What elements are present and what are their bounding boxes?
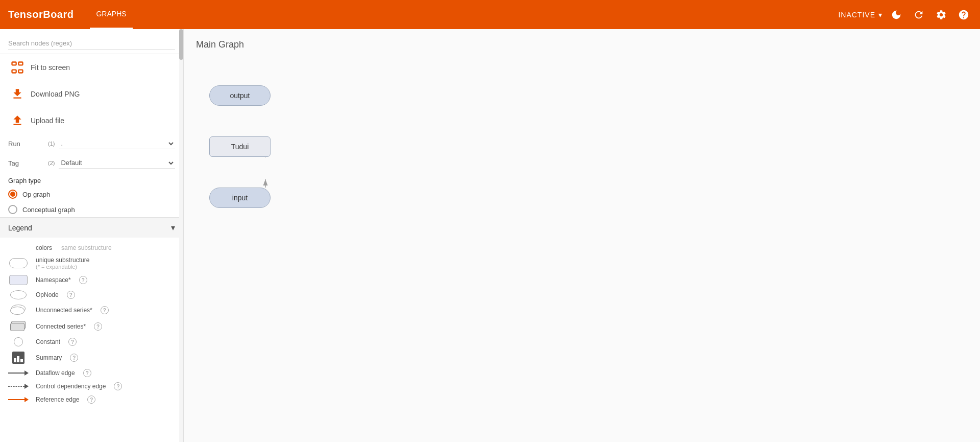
node-output-label: output bbox=[230, 91, 250, 100]
legend-summary-row: Summary ? bbox=[8, 349, 175, 366]
legend-body: colors same substructure unique substruc… bbox=[0, 238, 183, 410]
graph-svg bbox=[209, 85, 362, 239]
run-num: (1) bbox=[48, 141, 55, 147]
sidebar-scroll-thumb bbox=[179, 29, 183, 60]
conceptual-graph-radio-circle bbox=[8, 205, 17, 214]
legend-connected-row: Connected series* ? bbox=[8, 318, 175, 335]
status-dropdown[interactable]: INACTIVE ▾ bbox=[838, 11, 882, 19]
graph-type-label: Graph type bbox=[0, 173, 183, 187]
op-graph-label: Op graph bbox=[22, 191, 50, 198]
dataflow-help-icon[interactable]: ? bbox=[83, 369, 91, 377]
constant-help-icon[interactable]: ? bbox=[68, 338, 77, 346]
unconnected-help-icon[interactable]: ? bbox=[101, 306, 109, 314]
legend-opnode-icon bbox=[8, 290, 29, 299]
connected-help-icon[interactable]: ? bbox=[94, 322, 102, 331]
legend-control-dep-row: Control dependency edge ? bbox=[8, 380, 175, 393]
conceptual-graph-label: Conceptual graph bbox=[22, 206, 75, 214]
legend-opnode-label: OpNode bbox=[36, 291, 59, 298]
legend-connected-label: Connected series* bbox=[36, 323, 86, 330]
sidebar-scrollbar[interactable] bbox=[179, 29, 183, 442]
legend-constant-label: Constant bbox=[36, 338, 60, 345]
reference-help-icon[interactable]: ? bbox=[87, 396, 95, 404]
refresh-icon[interactable] bbox=[911, 7, 927, 23]
svg-rect-2 bbox=[12, 70, 16, 73]
main-graph-title: Main Graph bbox=[184, 29, 980, 50]
theme-icon[interactable] bbox=[888, 7, 904, 23]
legend-summary-label: Summary bbox=[36, 354, 62, 361]
legend-title: Legend bbox=[8, 224, 32, 232]
legend-namespace-row: Namespace* ? bbox=[8, 272, 175, 288]
legend-reference-row: Reference edge ? bbox=[8, 393, 175, 406]
settings-icon[interactable] bbox=[933, 7, 949, 23]
tag-label: Tag bbox=[8, 159, 44, 167]
help-icon[interactable] bbox=[955, 7, 972, 23]
legend-namespace-icon bbox=[8, 275, 29, 285]
upload-file-label: Upload file bbox=[31, 117, 64, 125]
legend-control-dep-icon bbox=[8, 384, 29, 389]
legend-dataflow-icon bbox=[8, 370, 29, 376]
nav-graphs[interactable]: GRAPHS bbox=[90, 0, 132, 29]
tag-num: (2) bbox=[48, 160, 55, 166]
fit-to-screen-label: Fit to screen bbox=[31, 63, 70, 72]
namespace-help-icon[interactable]: ? bbox=[79, 276, 87, 284]
legend-control-dep-label: Control dependency edge bbox=[36, 383, 106, 390]
legend-reference-label: Reference edge bbox=[36, 396, 79, 403]
status-label: INACTIVE bbox=[838, 11, 875, 19]
legend-same-substructure: same substructure bbox=[61, 244, 112, 251]
status-chevron-icon: ▾ bbox=[878, 11, 882, 19]
upload-file-button[interactable]: Upload file bbox=[0, 107, 183, 134]
layout: Fit to screen Download PNG Upload bbox=[0, 29, 980, 442]
search-section bbox=[0, 29, 183, 54]
fit-to-screen-icon bbox=[10, 60, 24, 75]
legend-unique-label: unique substructure (* = expandable) bbox=[36, 257, 89, 270]
run-label: Run bbox=[8, 140, 44, 148]
legend-colors-label: colors bbox=[36, 244, 52, 251]
legend-unconnected-icon bbox=[8, 305, 29, 316]
node-tudui[interactable]: Tudui bbox=[209, 136, 271, 157]
brand-logo: TensorBoard bbox=[8, 9, 74, 20]
legend-namespace-label: Namespace* bbox=[36, 276, 71, 284]
node-output[interactable]: output bbox=[209, 85, 271, 106]
legend-chevron-icon: ▾ bbox=[171, 223, 175, 232]
sidebar: Fit to screen Download PNG Upload bbox=[0, 29, 184, 442]
search-input[interactable] bbox=[8, 37, 175, 50]
legend-constant-row: Constant ? bbox=[8, 335, 175, 349]
legend-unconnected-label: Unconnected series* bbox=[36, 307, 92, 314]
op-graph-radio[interactable]: Op graph bbox=[0, 187, 183, 202]
legend-summary-icon bbox=[8, 352, 29, 364]
legend-connected-icon bbox=[8, 321, 29, 332]
download-icon bbox=[10, 87, 24, 101]
download-png-button[interactable]: Download PNG bbox=[0, 81, 183, 107]
main-graph-area: Main Graph output bbox=[184, 29, 980, 442]
legend-header[interactable]: Legend ▾ bbox=[0, 217, 183, 238]
legend-unconnected-row: Unconnected series* ? bbox=[8, 302, 175, 318]
svg-rect-0 bbox=[12, 62, 16, 65]
run-row: Run (1) . bbox=[0, 134, 183, 153]
legend-dataflow-label: Dataflow edge bbox=[36, 369, 75, 377]
opnode-help-icon[interactable]: ? bbox=[67, 291, 75, 299]
node-input[interactable]: input bbox=[209, 188, 271, 208]
node-tudui-label: Tudui bbox=[231, 143, 249, 151]
fit-to-screen-button[interactable]: Fit to screen bbox=[0, 54, 183, 81]
sidebar-scroll: Fit to screen Download PNG Upload bbox=[0, 29, 183, 410]
conceptual-graph-radio[interactable]: Conceptual graph bbox=[0, 202, 183, 217]
upload-icon bbox=[10, 113, 24, 128]
control-dep-help-icon[interactable]: ? bbox=[114, 382, 122, 390]
run-select[interactable]: . bbox=[59, 138, 175, 149]
topbar-right-controls: INACTIVE ▾ bbox=[838, 7, 972, 23]
topbar: TensorBoard GRAPHS INACTIVE ▾ bbox=[0, 0, 980, 29]
legend-dataflow-row: Dataflow edge ? bbox=[8, 366, 175, 380]
legend-reference-icon bbox=[8, 397, 29, 402]
svg-rect-3 bbox=[18, 70, 22, 73]
legend-unique-icon bbox=[8, 258, 29, 268]
tag-row: Tag (2) Default bbox=[0, 153, 183, 173]
tag-select[interactable]: Default bbox=[59, 157, 175, 169]
summary-help-icon[interactable]: ? bbox=[70, 354, 78, 362]
op-graph-radio-circle bbox=[8, 190, 17, 199]
legend-colors-row: colors same substructure bbox=[8, 242, 175, 254]
legend-opnode-row: OpNode ? bbox=[8, 288, 175, 302]
node-input-label: input bbox=[232, 194, 248, 202]
legend-unique-row: unique substructure (* = expandable) bbox=[8, 254, 175, 272]
legend-constant-icon bbox=[8, 337, 29, 346]
download-png-label: Download PNG bbox=[31, 90, 80, 98]
